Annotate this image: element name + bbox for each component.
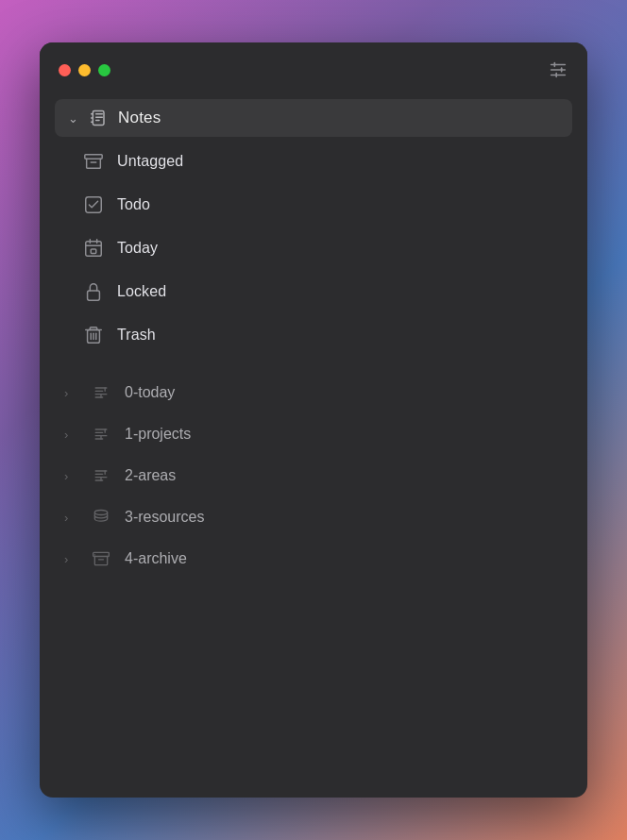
- sidebar-item-trash[interactable]: Trash: [55, 314, 572, 356]
- group-4-archive-label: 4-archive: [125, 550, 187, 567]
- archive-box-icon: [91, 549, 111, 568]
- sidebar-item-0-today[interactable]: › 0-today: [55, 373, 572, 412]
- group-0-today-label: 0-today: [125, 384, 175, 401]
- chevron-right-icon: ›: [64, 469, 77, 483]
- todo-label: Todo: [117, 196, 150, 213]
- group-1-projects-label: 1-projects: [125, 426, 191, 443]
- svg-rect-23: [91, 249, 96, 254]
- trash-label: Trash: [117, 327, 156, 344]
- sidebar-item-1-projects[interactable]: › 1-projects: [55, 414, 572, 454]
- svg-rect-48: [93, 552, 110, 556]
- tag-icon: [91, 466, 111, 485]
- database-icon: [91, 508, 111, 527]
- chevron-down-icon: ⌄: [68, 111, 78, 126]
- svg-rect-16: [85, 155, 102, 160]
- spacer: [55, 358, 572, 373]
- trash-icon: [83, 325, 104, 345]
- group-2-areas-label: 2-areas: [125, 467, 176, 484]
- app-window: ⌄ Notes: [40, 42, 587, 798]
- sidebar-item-today[interactable]: Today: [55, 227, 572, 269]
- chevron-right-icon: ›: [64, 511, 77, 525]
- svg-rect-24: [88, 291, 100, 300]
- close-button[interactable]: [59, 64, 71, 76]
- maximize-button[interactable]: [98, 64, 110, 76]
- sidebar-item-untagged[interactable]: Untagged: [55, 141, 572, 182]
- sidebar-item-4-archive[interactable]: › 4-archive: [55, 539, 572, 579]
- settings-button[interactable]: [548, 59, 568, 80]
- chevron-right-icon: ›: [64, 386, 77, 400]
- chevron-right-icon: ›: [64, 552, 77, 566]
- lock-icon: [83, 281, 104, 302]
- svg-point-47: [94, 511, 107, 515]
- traffic-lights: [59, 64, 110, 76]
- tag-icon: [91, 425, 111, 444]
- archive-icon: [83, 151, 104, 172]
- today-label: Today: [117, 240, 158, 257]
- notes-label: Notes: [118, 109, 161, 127]
- sidebar-item-3-resources[interactable]: › 3-resources: [55, 497, 572, 537]
- sidebar: ⌄ Notes: [40, 93, 587, 798]
- sidebar-item-todo[interactable]: Todo: [55, 184, 572, 226]
- svg-rect-9: [93, 111, 104, 126]
- minimize-button[interactable]: [78, 64, 91, 76]
- chevron-right-icon: ›: [64, 428, 77, 442]
- checkbox-icon: [83, 194, 104, 215]
- locked-label: Locked: [117, 283, 166, 300]
- group-3-resources-label: 3-resources: [125, 509, 204, 526]
- notebook-icon: [90, 109, 109, 127]
- titlebar: [40, 42, 587, 93]
- notes-header[interactable]: ⌄ Notes: [55, 99, 572, 137]
- sidebar-item-locked[interactable]: Locked: [55, 271, 572, 312]
- tag-icon: [91, 383, 111, 402]
- calendar-icon: [83, 238, 104, 259]
- untagged-label: Untagged: [117, 153, 183, 170]
- sidebar-item-2-areas[interactable]: › 2-areas: [55, 456, 572, 496]
